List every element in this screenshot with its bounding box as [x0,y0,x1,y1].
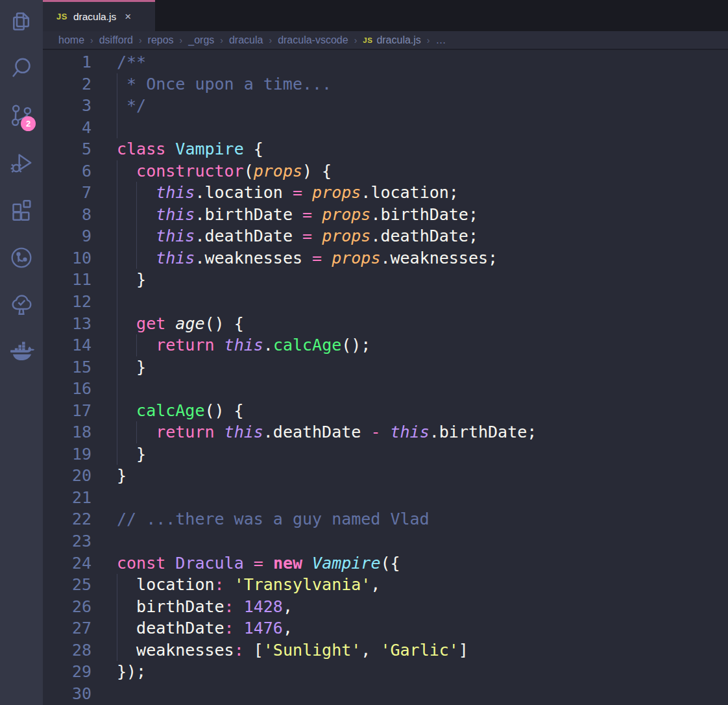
token: calcAge [136,401,204,420]
breadcrumb-item[interactable]: dracula-vscode [278,34,348,46]
code-content[interactable]: */ [117,95,146,117]
indent-guide [117,421,117,443]
breadcrumb-item[interactable]: _orgs [188,34,214,46]
code-content[interactable]: deathDate: 1476, [117,617,293,639]
extensions-icon[interactable] [0,195,43,226]
token: .weaknesses [195,249,312,267]
code-content[interactable]: // ...there was a guy named Vlad [117,508,430,530]
code-content[interactable]: location: 'Transylvania', [117,574,380,596]
breadcrumb-item[interactable]: dsifford [99,34,133,46]
line-number[interactable]: 6 [43,160,91,182]
code-content[interactable]: } [117,465,127,487]
code-content[interactable]: this.location = props.location; [117,182,459,204]
code-content[interactable]: get age() { [117,313,244,335]
token: (); [341,336,370,354]
line-number[interactable]: 13 [43,313,91,335]
line-number[interactable]: 3 [43,95,91,117]
line-number[interactable]: 4 [43,117,91,139]
token: Vampire [175,140,243,158]
line-number[interactable]: 22 [43,508,91,530]
git-branch-circle-icon[interactable] [0,242,43,273]
token: .location [195,183,293,202]
close-icon[interactable]: × [125,10,131,23]
line-number[interactable]: 8 [43,204,91,226]
breadcrumb-item[interactable]: dracula [229,34,263,46]
token: , [361,641,380,660]
token: ({ [380,554,400,573]
code-editor[interactable]: 1/**2 * Once upon a time...3 */45class V… [43,51,728,705]
code-line: 6 constructor(props) { [43,160,728,182]
line-number[interactable]: 5 [43,138,91,160]
token: .deathDate [263,423,371,441]
token [234,619,244,637]
run-and-debug-icon[interactable] [0,147,43,179]
code-line: 10 this.weaknesses = props.weaknesses; [43,247,728,269]
line-number[interactable]: 7 [43,182,91,204]
code-content[interactable]: weaknesses: ['Sunlight', 'Garlic'] [117,639,468,662]
line-number[interactable]: 20 [43,465,91,487]
code-content[interactable]: }); [117,661,146,683]
token: props [332,249,380,267]
explorer-icon[interactable] [0,6,43,37]
breadcrumb-item[interactable]: repos [148,34,174,46]
source-control-icon[interactable]: 2 [0,100,43,131]
token [215,423,224,441]
code-content[interactable]: } [117,443,146,465]
line-number[interactable]: 16 [43,378,91,400]
line-number[interactable]: 27 [43,617,91,639]
docker-icon[interactable] [0,337,43,368]
line-number[interactable]: 24 [43,552,91,575]
magnifier-icon [8,55,34,81]
line-number[interactable]: 12 [43,291,91,313]
code-content[interactable]: * Once upon a time... [117,73,332,95]
token: } [117,270,146,289]
breadcrumb-item[interactable]: … [436,34,446,46]
line-number[interactable]: 23 [43,530,91,552]
tab-label: dracula.js [73,11,116,23]
line-number[interactable]: 10 [43,247,91,269]
token: this [156,249,195,267]
code-content[interactable]: } [117,356,146,378]
code-content[interactable]: calcAge() { [117,400,244,422]
code-content[interactable]: this.deathDate = props.deathDate; [117,225,478,247]
token: : [215,575,224,594]
code-line: 26 birthDate: 1428, [43,596,728,618]
code-content[interactable]: /** [117,51,146,73]
line-number[interactable]: 30 [43,683,91,705]
line-number[interactable]: 1 [43,51,91,73]
line-number[interactable]: 15 [43,356,91,378]
line-number[interactable]: 17 [43,400,91,422]
line-number[interactable]: 11 [43,269,91,291]
line-number[interactable]: 26 [43,596,91,618]
indent-guide [117,334,117,356]
line-number[interactable]: 28 [43,639,91,662]
search-icon[interactable] [0,53,43,84]
breadcrumb-item[interactable]: home [58,34,84,46]
line-number[interactable]: 25 [43,574,91,596]
indent-guide [117,356,117,378]
token: weaknesses [117,641,234,660]
code-content[interactable]: class Vampire { [117,138,263,160]
token: () { [204,401,243,420]
code-content[interactable]: this.birthDate = props.birthDate; [117,204,478,226]
line-number[interactable]: 9 [43,225,91,247]
line-number[interactable]: 19 [43,443,91,465]
line-number[interactable]: 21 [43,487,91,509]
code-content[interactable]: birthDate: 1428, [117,596,293,618]
code-content[interactable]: } [117,269,146,291]
line-number[interactable]: 29 [43,661,91,683]
tree-check-icon[interactable] [0,290,43,321]
line-number[interactable]: 18 [43,421,91,443]
tab-dracula-js[interactable]: JS dracula.js × [43,0,155,31]
code-line: 27 deathDate: 1476, [43,617,728,639]
code-content[interactable]: const Dracula = new Vampire({ [117,552,400,575]
indent-guide [136,204,137,226]
indent-guide [117,291,117,313]
code-content[interactable]: return this.calcAge(); [117,334,370,356]
breadcrumb-item[interactable]: dracula.js [376,34,420,46]
code-content[interactable]: this.weaknesses = props.weaknesses; [117,247,498,269]
code-content[interactable]: constructor(props) { [117,160,332,182]
line-number[interactable]: 14 [43,334,91,356]
code-content[interactable]: return this.deathDate - this.birthDate; [117,421,537,443]
line-number[interactable]: 2 [43,73,91,95]
